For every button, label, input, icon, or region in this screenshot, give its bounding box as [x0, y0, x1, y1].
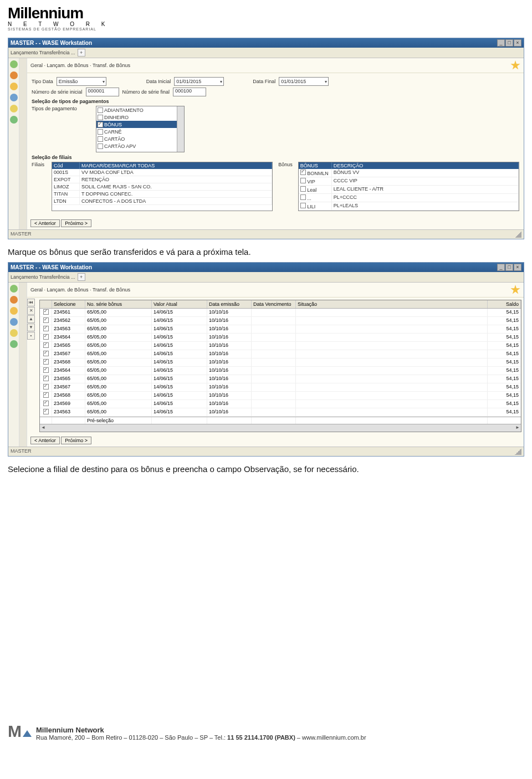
checkbox-icon[interactable] [98, 107, 103, 113]
minimize-button[interactable]: _ [497, 264, 505, 271]
checkbox-icon[interactable] [43, 367, 49, 373]
checkbox-icon[interactable] [300, 178, 306, 183]
table-row[interactable]: 23456265/05,0014/06/1510/10/1654,15 [40, 317, 521, 325]
checkbox-icon[interactable] [98, 129, 103, 135]
sidebar-icon[interactable] [10, 60, 18, 68]
table-row[interactable]: LILIPL+LEALS [299, 202, 519, 211]
anterior-button[interactable]: < Anterior [30, 219, 60, 227]
status-text: MASTER [11, 231, 32, 238]
list-item[interactable]: CARNÊ [96, 128, 184, 135]
checkbox-icon[interactable] [43, 359, 49, 365]
table-row[interactable]: LTDNCONFECTOS - A DOS LTDA [52, 198, 272, 205]
add-tab-button[interactable]: + [78, 273, 85, 281]
sidebar-icon[interactable] [10, 105, 18, 112]
grid-down-button[interactable]: ▼ [27, 324, 35, 331]
table-row[interactable]: 23456565/05,0014/06/1510/10/1654,15 [40, 342, 521, 350]
sidebar-icon[interactable] [10, 340, 18, 348]
grid-delete-button[interactable]: ✕ [27, 307, 35, 315]
checkbox-icon[interactable] [98, 122, 103, 127]
list-item[interactable]: CARTÃO [96, 135, 184, 142]
maximize-button[interactable]: □ [505, 264, 513, 271]
proximo-button[interactable]: Próximo > [61, 219, 91, 227]
bonus-table[interactable]: BÔNUSDESCRIÇÃO BONMLNBÔNUS VV VIPCCCC VI… [298, 162, 519, 211]
sidebar-icon[interactable] [10, 318, 18, 326]
checkbox-icon[interactable] [300, 203, 306, 208]
resize-grip[interactable] [515, 231, 521, 238]
checkbox-icon[interactable] [43, 392, 49, 398]
list-item[interactable]: CARTÃO APV [96, 142, 184, 150]
filiais-table[interactable]: CódMARCAR/DESMARCAR TODAS 0001SVV MODA C… [52, 162, 273, 211]
table-row[interactable]: 23456865/05,0014/06/1510/10/1654,15 [40, 358, 521, 367]
table-row[interactable]: LealLEAL CLIENTE - A/TR [299, 186, 519, 194]
horizontal-scrollbar[interactable] [40, 424, 521, 432]
table-row[interactable]: 23456165/05,0014/06/1510/10/1654,15 [40, 309, 521, 317]
table-row[interactable]: EXPOTRETENÇÃO [52, 176, 272, 183]
checkbox-icon[interactable] [98, 115, 103, 120]
num-inicial-input[interactable]: 000001 [86, 88, 119, 96]
list-item[interactable]: BÔNUS [96, 121, 184, 128]
bonus-grid[interactable]: Selecione No. série bônus Valor Atual Da… [39, 300, 521, 432]
sidebar-icon[interactable] [10, 83, 18, 90]
table-row[interactable]: 23456465/05,0014/06/1510/10/1654,15 [40, 334, 521, 342]
close-button[interactable]: × [514, 264, 521, 271]
grid-up-button[interactable]: ▲ [27, 315, 35, 323]
checkbox-icon[interactable] [43, 401, 49, 406]
checkbox-icon[interactable] [98, 136, 103, 142]
maximize-button[interactable]: □ [505, 39, 513, 47]
checkbox-icon[interactable] [43, 409, 49, 414]
data-final-field[interactable]: 01/01/2015 [279, 77, 329, 86]
table-row[interactable]: 23456965/05,0014/06/1510/10/1654,15 [40, 400, 521, 408]
table-row[interactable]: 23456565/05,0014/06/1510/10/1654,15 [40, 375, 521, 383]
table-row[interactable]: BONMLNBÔNUS VV [299, 169, 519, 177]
num-final-input[interactable]: 000100 [173, 88, 206, 96]
sidebar-icon[interactable] [10, 116, 18, 124]
grid-first-button[interactable]: ⏮ [27, 299, 35, 306]
checkbox-icon[interactable] [300, 194, 306, 200]
checkbox-icon[interactable] [43, 309, 49, 315]
minimize-button[interactable]: _ [497, 39, 505, 47]
table-row[interactable]: 23456765/05,0014/06/1510/10/1654,15 [40, 350, 521, 358]
table-row[interactable]: 23456365/05,0014/06/1510/10/1654,15 [40, 325, 521, 334]
sidebar-icon[interactable] [10, 329, 18, 337]
sidebar-icon[interactable] [10, 307, 18, 315]
list-item[interactable]: ADIANTAMENTO [96, 106, 184, 114]
table-row[interactable]: 0001SVV MODA CONF LTDA [52, 169, 272, 176]
sidebar-icon[interactable] [10, 71, 18, 79]
sidebar-collapse[interactable] [19, 283, 27, 447]
checkbox-icon[interactable] [43, 326, 49, 331]
anterior-button[interactable]: < Anterior [30, 437, 60, 444]
checkbox-icon[interactable] [98, 144, 103, 149]
table-row[interactable]: LIMOZSOLIL CAME RAJIS - SAN CO. [52, 183, 272, 191]
sidebar-icon[interactable] [10, 296, 18, 304]
add-tab-button[interactable]: + [78, 49, 85, 57]
checkbox-icon[interactable] [300, 170, 306, 175]
col-header: Valor Atual [152, 300, 207, 308]
checkbox-icon[interactable] [43, 317, 49, 323]
checkbox-icon[interactable] [43, 351, 49, 356]
table-row[interactable]: ...PL+CCCC [299, 194, 519, 202]
grid-misc-button[interactable]: • [27, 332, 35, 340]
sidebar-icon[interactable] [10, 94, 18, 101]
proximo-button[interactable]: Próximo > [61, 437, 91, 444]
tipos-pag-listbox[interactable]: ADIANTAMENTODINHEIROBÔNUSCARNÊCARTÃOCART… [96, 106, 185, 152]
sidebar-collapse[interactable] [19, 58, 27, 229]
table-row[interactable]: 23456765/05,0014/06/1510/10/1654,15 [40, 383, 521, 392]
close-button[interactable]: × [514, 39, 521, 47]
checkbox-icon[interactable] [43, 384, 49, 390]
checkbox-icon[interactable] [43, 342, 49, 348]
table-row[interactable]: VIPCCCC VIP [299, 177, 519, 186]
resize-grip[interactable] [515, 448, 521, 455]
table-row[interactable]: 23456365/05,0014/06/1510/10/1654,15 [40, 408, 521, 417]
checkbox-icon[interactable] [300, 186, 306, 192]
table-row[interactable]: TITANT DOPPING CONFEC. [52, 191, 272, 198]
app-window-1: MASTER - - WASE Workstation _ □ × Lançam… [8, 38, 524, 239]
table-row[interactable]: 23456865/05,0014/06/1510/10/1654,15 [40, 392, 521, 400]
checkbox-icon[interactable] [43, 334, 49, 340]
table-row[interactable]: 23456465/05,0014/06/1510/10/1654,15 [40, 367, 521, 375]
data-inicial-field[interactable]: 01/01/2015 [174, 77, 224, 86]
checkbox-icon[interactable] [43, 376, 49, 381]
tipo-data-dropdown[interactable]: Emissão [57, 77, 106, 86]
sidebar-icon[interactable] [10, 285, 18, 293]
app-window-2: MASTER - - WASE Workstation _ □ × Lançam… [8, 262, 524, 457]
list-item[interactable]: DINHEIRO [96, 114, 184, 121]
